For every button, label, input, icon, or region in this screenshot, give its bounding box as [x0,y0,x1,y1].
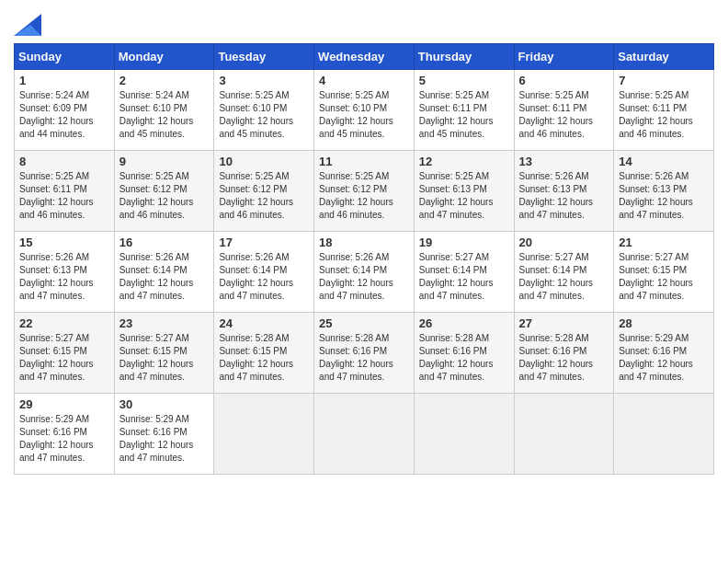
day-info: Sunrise: 5:25 AMSunset: 6:12 PMDaylight:… [319,170,409,222]
day-cell: 8Sunrise: 5:25 AMSunset: 6:11 PMDaylight… [15,151,115,232]
day-info: Sunrise: 5:25 AMSunset: 6:13 PMDaylight:… [419,170,509,222]
day-info: Sunrise: 5:27 AMSunset: 6:14 PMDaylight:… [419,251,509,303]
day-info: Sunrise: 5:26 AMSunset: 6:14 PMDaylight:… [219,251,309,303]
header [14,14,714,36]
day-info: Sunrise: 5:29 AMSunset: 6:16 PMDaylight:… [19,413,109,465]
day-info: Sunrise: 5:25 AMSunset: 6:12 PMDaylight:… [219,170,309,222]
day-info: Sunrise: 5:27 AMSunset: 6:15 PMDaylight:… [119,332,210,384]
day-cell: 21Sunrise: 5:27 AMSunset: 6:15 PMDayligh… [614,232,714,313]
col-header-friday: Friday [514,44,614,70]
day-cell: 16Sunrise: 5:26 AMSunset: 6:14 PMDayligh… [114,232,214,313]
day-number: 20 [519,236,609,249]
day-info: Sunrise: 5:28 AMSunset: 6:15 PMDaylight:… [219,332,309,384]
day-info: Sunrise: 5:25 AMSunset: 6:11 PMDaylight:… [519,89,609,141]
day-number: 2 [119,74,210,87]
day-number: 9 [119,155,210,168]
day-cell: 15Sunrise: 5:26 AMSunset: 6:13 PMDayligh… [15,232,115,313]
day-number: 1 [19,74,109,87]
day-cell: 18Sunrise: 5:26 AMSunset: 6:14 PMDayligh… [314,232,415,313]
day-number: 3 [219,74,309,87]
day-info: Sunrise: 5:29 AMSunset: 6:16 PMDaylight:… [619,332,709,384]
day-cell: 12Sunrise: 5:25 AMSunset: 6:13 PMDayligh… [414,151,514,232]
day-cell: 9Sunrise: 5:25 AMSunset: 6:12 PMDaylight… [114,151,214,232]
day-info: Sunrise: 5:27 AMSunset: 6:15 PMDaylight:… [19,332,109,384]
day-number: 14 [619,155,709,168]
day-cell [214,394,314,475]
day-info: Sunrise: 5:26 AMSunset: 6:13 PMDaylight:… [519,170,609,222]
day-number: 22 [19,316,109,330]
day-info: Sunrise: 5:25 AMSunset: 6:11 PMDaylight:… [19,170,109,222]
day-number: 27 [519,316,609,330]
header-row: SundayMondayTuesdayWednesdayThursdayFrid… [15,44,714,70]
day-number: 30 [119,397,210,411]
day-cell: 26Sunrise: 5:28 AMSunset: 6:16 PMDayligh… [414,313,514,394]
day-number: 26 [419,316,509,330]
calendar-table: SundayMondayTuesdayWednesdayThursdayFrid… [14,43,714,475]
day-number: 28 [619,316,709,330]
day-number: 7 [619,74,709,87]
day-info: Sunrise: 5:28 AMSunset: 6:16 PMDaylight:… [419,332,509,384]
day-cell: 13Sunrise: 5:26 AMSunset: 6:13 PMDayligh… [514,151,614,232]
day-info: Sunrise: 5:29 AMSunset: 6:16 PMDaylight:… [119,413,210,465]
day-number: 13 [519,155,609,168]
day-info: Sunrise: 5:24 AMSunset: 6:09 PMDaylight:… [19,89,109,141]
logo-icon [14,14,41,36]
day-info: Sunrise: 5:25 AMSunset: 6:10 PMDaylight:… [219,89,309,141]
day-number: 24 [219,316,309,330]
day-cell: 3Sunrise: 5:25 AMSunset: 6:10 PMDaylight… [214,70,314,151]
day-cell: 2Sunrise: 5:24 AMSunset: 6:10 PMDaylight… [114,70,214,151]
day-number: 23 [119,316,210,330]
day-cell [614,394,714,475]
week-row-1: 8Sunrise: 5:25 AMSunset: 6:11 PMDaylight… [15,151,714,232]
day-cell: 22Sunrise: 5:27 AMSunset: 6:15 PMDayligh… [15,313,115,394]
week-row-0: 1Sunrise: 5:24 AMSunset: 6:09 PMDaylight… [15,70,714,151]
day-cell: 29Sunrise: 5:29 AMSunset: 6:16 PMDayligh… [15,394,115,475]
day-info: Sunrise: 5:27 AMSunset: 6:14 PMDaylight:… [519,251,609,303]
day-cell: 10Sunrise: 5:25 AMSunset: 6:12 PMDayligh… [214,151,314,232]
day-number: 12 [419,155,509,168]
col-header-sunday: Sunday [15,44,115,70]
day-cell: 23Sunrise: 5:27 AMSunset: 6:15 PMDayligh… [114,313,214,394]
col-header-monday: Monday [114,44,214,70]
day-number: 25 [319,316,409,330]
day-info: Sunrise: 5:25 AMSunset: 6:12 PMDaylight:… [119,170,210,222]
day-info: Sunrise: 5:28 AMSunset: 6:16 PMDaylight:… [319,332,409,384]
day-info: Sunrise: 5:26 AMSunset: 6:14 PMDaylight:… [119,251,210,303]
day-cell: 7Sunrise: 5:25 AMSunset: 6:11 PMDaylight… [614,70,714,151]
col-header-tuesday: Tuesday [214,44,314,70]
day-cell: 24Sunrise: 5:28 AMSunset: 6:15 PMDayligh… [214,313,314,394]
day-number: 29 [19,397,109,411]
day-info: Sunrise: 5:28 AMSunset: 6:16 PMDaylight:… [519,332,609,384]
day-cell: 17Sunrise: 5:26 AMSunset: 6:14 PMDayligh… [214,232,314,313]
day-info: Sunrise: 5:26 AMSunset: 6:13 PMDaylight:… [19,251,109,303]
col-header-thursday: Thursday [414,44,514,70]
col-header-wednesday: Wednesday [314,44,415,70]
day-number: 5 [419,74,509,87]
day-cell [514,394,614,475]
day-info: Sunrise: 5:24 AMSunset: 6:10 PMDaylight:… [119,89,210,141]
logo [14,14,45,36]
day-cell: 6Sunrise: 5:25 AMSunset: 6:11 PMDaylight… [514,70,614,151]
day-number: 17 [219,236,309,249]
day-info: Sunrise: 5:26 AMSunset: 6:14 PMDaylight:… [319,251,409,303]
day-number: 19 [419,236,509,249]
day-cell: 30Sunrise: 5:29 AMSunset: 6:16 PMDayligh… [114,394,214,475]
day-info: Sunrise: 5:25 AMSunset: 6:11 PMDaylight:… [419,89,509,141]
day-info: Sunrise: 5:25 AMSunset: 6:10 PMDaylight:… [319,89,409,141]
day-cell: 14Sunrise: 5:26 AMSunset: 6:13 PMDayligh… [614,151,714,232]
day-number: 16 [119,236,210,249]
day-info: Sunrise: 5:25 AMSunset: 6:11 PMDaylight:… [619,89,709,141]
day-cell: 5Sunrise: 5:25 AMSunset: 6:11 PMDaylight… [414,70,514,151]
week-row-3: 22Sunrise: 5:27 AMSunset: 6:15 PMDayligh… [15,313,714,394]
day-cell: 4Sunrise: 5:25 AMSunset: 6:10 PMDaylight… [314,70,415,151]
day-cell [314,394,415,475]
day-number: 4 [319,74,409,87]
day-number: 21 [619,236,709,249]
day-number: 18 [319,236,409,249]
day-number: 8 [19,155,109,168]
day-cell: 11Sunrise: 5:25 AMSunset: 6:12 PMDayligh… [314,151,415,232]
day-cell [414,394,514,475]
col-header-saturday: Saturday [614,44,714,70]
day-cell: 28Sunrise: 5:29 AMSunset: 6:16 PMDayligh… [614,313,714,394]
day-info: Sunrise: 5:27 AMSunset: 6:15 PMDaylight:… [619,251,709,303]
